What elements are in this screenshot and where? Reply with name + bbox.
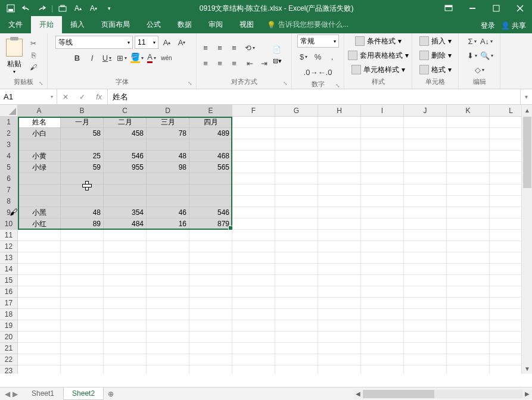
column-header[interactable]: H (318, 105, 361, 117)
cell[interactable] (189, 332, 232, 343)
cell[interactable] (147, 298, 189, 309)
cell[interactable] (318, 252, 361, 264)
cell[interactable]: 48 (61, 207, 104, 218)
row-header[interactable]: 21 (0, 343, 18, 354)
cell[interactable] (275, 332, 318, 343)
share-button[interactable]: 👤 共享 (501, 21, 526, 31)
cell[interactable] (189, 275, 232, 286)
cell[interactable] (404, 185, 447, 196)
cell[interactable] (189, 230, 232, 241)
align-right-icon[interactable]: ≡ (228, 57, 241, 70)
cell[interactable] (447, 343, 490, 354)
column-header[interactable]: G (275, 105, 318, 117)
cell[interactable] (61, 309, 104, 320)
row-header[interactable]: 13 (0, 252, 18, 264)
align-top-icon[interactable]: ≡ (199, 41, 212, 54)
cell[interactable] (318, 320, 361, 332)
cell[interactable] (361, 151, 404, 162)
cell[interactable] (361, 309, 404, 320)
find-select-icon[interactable]: 🔍▾ (480, 49, 493, 62)
cell[interactable] (275, 139, 318, 151)
login-link[interactable]: 登录 (481, 21, 495, 31)
cell[interactable] (404, 151, 447, 162)
column-header[interactable]: A (18, 105, 61, 117)
cell[interactable] (361, 218, 404, 230)
cell[interactable] (361, 286, 404, 298)
cell[interactable] (61, 354, 104, 365)
tab-file[interactable]: 文件 (0, 16, 31, 33)
align-center-icon[interactable]: ≡ (213, 57, 226, 70)
enter-formula-icon[interactable]: ✓ (74, 89, 91, 104)
cell[interactable] (18, 196, 61, 207)
cell[interactable] (361, 365, 404, 374)
font-size-combo[interactable]: 11▾ (135, 36, 158, 49)
cell[interactable] (232, 128, 275, 139)
cell[interactable] (404, 298, 447, 309)
cell[interactable] (104, 275, 147, 286)
cell[interactable] (104, 286, 147, 298)
cell[interactable]: 小黑 (18, 207, 61, 218)
cell[interactable] (447, 173, 490, 185)
row-header[interactable]: 17 (0, 298, 18, 309)
italic-button[interactable]: I (86, 51, 99, 64)
cell[interactable]: 489 (189, 128, 232, 139)
cell[interactable] (275, 230, 318, 241)
cell[interactable] (147, 241, 189, 252)
cell[interactable] (61, 230, 104, 241)
cell[interactable] (104, 173, 147, 185)
cell[interactable] (275, 151, 318, 162)
cell[interactable] (232, 365, 275, 374)
cell[interactable] (318, 275, 361, 286)
cell[interactable] (275, 275, 318, 286)
cell[interactable] (147, 139, 189, 151)
cell[interactable]: 小红 (18, 218, 61, 230)
cell[interactable] (147, 332, 189, 343)
close-button[interactable] (508, 0, 532, 17)
cell[interactable] (318, 264, 361, 275)
cell[interactable] (232, 139, 275, 151)
cell[interactable] (104, 139, 147, 151)
cell[interactable] (404, 365, 447, 374)
cell[interactable] (189, 264, 232, 275)
cell[interactable] (361, 173, 404, 185)
cell[interactable] (318, 207, 361, 218)
cell[interactable]: 姓名 (18, 117, 61, 128)
column-header[interactable]: I (361, 105, 404, 117)
cell[interactable] (447, 241, 490, 252)
fill-icon[interactable]: ⬇▾ (466, 49, 479, 62)
cell[interactable] (232, 151, 275, 162)
cell[interactable] (232, 320, 275, 332)
tab-home[interactable]: 开始 (31, 16, 62, 33)
cell[interactable] (447, 264, 490, 275)
column-header[interactable]: E (189, 105, 232, 117)
cell[interactable] (232, 162, 275, 173)
cell[interactable] (361, 343, 404, 354)
cell[interactable] (61, 298, 104, 309)
delete-cells-button[interactable]: 删除▾ (417, 49, 454, 62)
font-launcher-icon[interactable]: ⤡ (188, 80, 192, 86)
cell[interactable] (404, 117, 447, 128)
tell-me-search[interactable]: 💡告诉我您想要做什么... (267, 20, 349, 33)
cell[interactable]: 四月 (189, 117, 232, 128)
cell[interactable] (447, 275, 490, 286)
cell[interactable] (361, 264, 404, 275)
cell[interactable] (147, 320, 189, 332)
cell[interactable] (447, 298, 490, 309)
cell[interactable] (61, 241, 104, 252)
cell[interactable] (447, 139, 490, 151)
cell[interactable] (361, 298, 404, 309)
comma-format-icon[interactable]: , (326, 50, 339, 63)
sort-filter-icon[interactable]: A↓▾ (480, 35, 493, 48)
cell[interactable] (361, 252, 404, 264)
cell[interactable] (361, 241, 404, 252)
cell[interactable] (232, 286, 275, 298)
cell[interactable] (275, 207, 318, 218)
cell[interactable]: 458 (104, 128, 147, 139)
phonetic-button[interactable]: wén (160, 51, 173, 64)
cell[interactable] (404, 230, 447, 241)
cell[interactable] (318, 117, 361, 128)
cell[interactable] (404, 218, 447, 230)
cell[interactable] (189, 196, 232, 207)
cell[interactable] (275, 286, 318, 298)
cell[interactable] (361, 162, 404, 173)
